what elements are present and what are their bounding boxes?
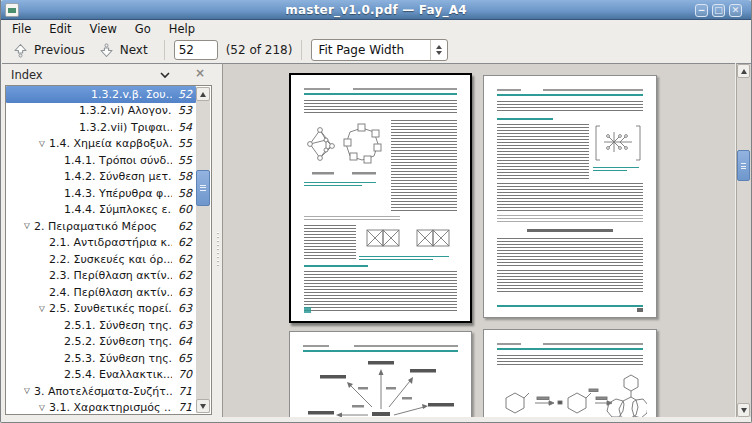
paragraph-lines xyxy=(304,100,457,115)
page-thumbnail-current[interactable] xyxy=(289,73,472,323)
page-count-label: (52 of 218) xyxy=(226,43,293,57)
paragraph-lines xyxy=(497,183,643,213)
scroll-down-button[interactable] xyxy=(196,399,210,413)
page-content xyxy=(484,76,656,317)
index-item[interactable]: 2.3. Περίθλαση ακτίν...62 xyxy=(6,268,196,285)
index-item[interactable]: 2.5.4. Εναλλακτικ...70 xyxy=(6,367,196,384)
app-icon xyxy=(5,3,19,17)
page-content xyxy=(291,75,470,321)
index-item[interactable]: 2.5.1. Σύνθεση της...63 xyxy=(6,317,196,334)
menu-go[interactable]: Go xyxy=(126,21,160,37)
previous-label: Previous xyxy=(34,43,85,57)
paragraph-lines xyxy=(497,215,643,224)
menu-bar: File Edit View Go Help xyxy=(1,20,751,37)
running-head xyxy=(354,345,458,347)
expander-icon[interactable]: ▽ xyxy=(21,383,33,400)
paragraph-lines xyxy=(497,270,643,292)
index-item[interactable]: 1.3.2.vi) Αλογον...53 xyxy=(6,103,196,120)
page-number-input[interactable] xyxy=(174,40,218,60)
chemical-structure-figure xyxy=(304,120,388,178)
menu-view[interactable]: View xyxy=(81,21,126,37)
toolbar: Previous Next (52 of 218) Fit Page Width xyxy=(1,37,751,63)
page-thumbnail[interactable] xyxy=(483,75,657,318)
figure-caption xyxy=(304,182,376,183)
paragraph-lines xyxy=(304,271,457,311)
page-number-footer xyxy=(304,307,311,313)
running-head xyxy=(497,89,521,91)
page-thumbnail[interactable] xyxy=(289,331,472,417)
index-item[interactable]: 2.1. Αντιδραστήρια κ...62 xyxy=(6,235,196,252)
index-item[interactable]: 2.5.2. Σύνθεση της...64 xyxy=(6,334,196,351)
index-item[interactable]: ▽2. Πειραματικό Μέρος62 xyxy=(6,218,196,235)
sidebar-title[interactable]: Index xyxy=(2,68,43,82)
chemical-structure-figure xyxy=(593,124,643,164)
index-item[interactable]: 1.3.2.vii) Τριφαι...54 xyxy=(6,119,196,136)
next-label: Next xyxy=(120,43,148,57)
expander-icon[interactable]: ▽ xyxy=(36,136,48,153)
index-item[interactable]: 1.4.4. Σύμπλοκες ε...60 xyxy=(6,202,196,219)
zoom-level-select[interactable]: Fit Page Width xyxy=(311,39,448,61)
index-item[interactable]: ▽3. Αποτελέσματα-Συζήτ...71 xyxy=(6,383,196,400)
chevron-down-icon[interactable] xyxy=(158,68,172,81)
expander-icon[interactable]: ▽ xyxy=(36,400,48,415)
menu-edit[interactable]: Edit xyxy=(40,21,80,37)
page-content xyxy=(484,330,656,417)
page-thumbnail[interactable] xyxy=(483,329,657,417)
document-canvas[interactable] xyxy=(222,63,735,417)
running-head xyxy=(304,88,330,90)
page-content xyxy=(290,332,471,417)
menu-file[interactable]: File xyxy=(3,21,40,37)
header-rule xyxy=(497,94,643,96)
scroll-up-button[interactable] xyxy=(196,87,210,101)
reaction-scheme-figure xyxy=(306,357,456,417)
index-item[interactable]: 1.4.3. Υπέρυθρα φ...58 xyxy=(6,185,196,202)
maximize-button[interactable]: □ xyxy=(712,4,725,17)
index-item[interactable]: 1.4.2. Σύνθεση μετ...58 xyxy=(6,169,196,186)
figure-caption xyxy=(359,256,449,257)
chemical-structure-figure xyxy=(359,225,457,253)
scrollbar-thumb[interactable] xyxy=(196,170,210,206)
arrow-down-icon xyxy=(99,43,114,58)
index-item[interactable]: 2.2. Συσκευές και όρ...62 xyxy=(6,251,196,268)
scrollbar-thumb[interactable] xyxy=(737,150,750,181)
expander-icon[interactable]: ▽ xyxy=(21,218,33,235)
section-heading xyxy=(497,118,553,120)
page-number-footer xyxy=(637,308,643,312)
running-head xyxy=(543,343,643,345)
sidebar-close-icon[interactable]: × xyxy=(193,66,207,81)
equation-line xyxy=(527,229,613,232)
index-item[interactable]: ▽1.4. Χημεία καρβοξυλ...55 xyxy=(6,136,196,153)
index-sidebar: Index × 1.3.2.v.β. Σου...52 1.3.2.vi) Αλ… xyxy=(2,63,214,417)
paragraph-lines xyxy=(497,124,589,180)
main-scrollbar[interactable] xyxy=(736,63,751,417)
minimize-button[interactable]: − xyxy=(695,4,708,17)
running-head xyxy=(353,88,457,90)
index-item[interactable]: ▽2.5. Συνθετικές πορεί...63 xyxy=(6,301,196,318)
titlebar: master_v1.0.pdf — Fay_A4 − □ ✕ xyxy=(0,0,752,20)
figure-caption xyxy=(359,259,433,260)
expander-icon[interactable]: ▽ xyxy=(36,301,48,318)
toolbar-separator xyxy=(164,40,165,60)
combo-spinner-icon xyxy=(430,40,447,60)
running-head xyxy=(497,343,521,345)
footer-rule xyxy=(497,305,643,307)
index-item[interactable]: 2.5.3. Σύνθεση της...65 xyxy=(6,350,196,367)
index-item[interactable]: ▽3.1. Χαρακτηρισμός ...71 xyxy=(6,400,196,415)
index-item[interactable]: 2.4. Περίθλαση ακτίν...63 xyxy=(6,284,196,301)
close-button[interactable]: ✕ xyxy=(729,4,742,17)
next-page-button[interactable]: Next xyxy=(92,41,155,60)
figure-caption xyxy=(593,167,639,168)
sidebar-scrollbar[interactable] xyxy=(196,87,210,413)
paragraph-lines xyxy=(497,101,643,113)
running-head xyxy=(543,89,643,91)
previous-page-button[interactable]: Previous xyxy=(6,41,92,60)
window-title: master_v1.0.pdf — Fay_A4 xyxy=(0,3,752,17)
pane-divider[interactable] xyxy=(214,63,222,417)
scroll-down-button[interactable] xyxy=(737,403,750,417)
sidebar-header: Index × xyxy=(2,64,214,85)
scroll-up-button[interactable] xyxy=(737,64,750,78)
menu-help[interactable]: Help xyxy=(160,21,204,37)
index-item[interactable]: 1.4.1. Τρόποι σύνδ...55 xyxy=(6,152,196,169)
header-rule xyxy=(497,348,643,350)
index-item[interactable]: 1.3.2.v.β. Σου...52 xyxy=(6,86,196,103)
